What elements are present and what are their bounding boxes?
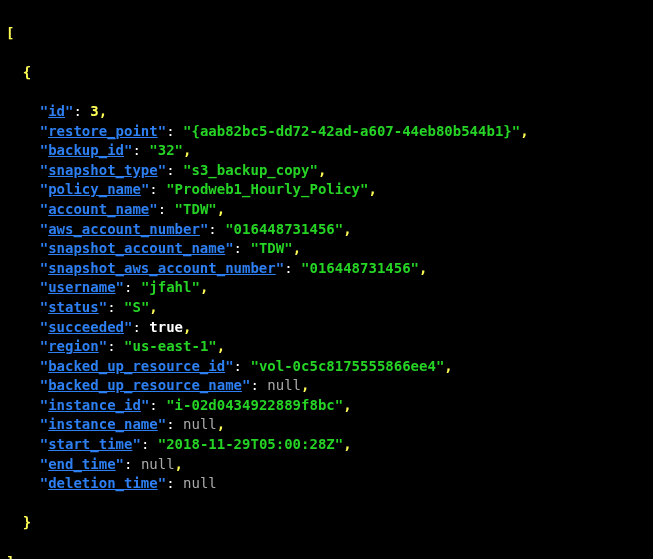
json-key: instance_id — [48, 397, 141, 413]
json-key: instance_name — [48, 416, 158, 432]
json-key: backed_up_resource_id — [48, 358, 225, 374]
json-key: snapshot_aws_account_number — [48, 260, 276, 276]
json-key: policy_name — [48, 181, 141, 197]
json-value: "016448731456" — [301, 260, 419, 276]
json-value: "TDW" — [175, 201, 217, 217]
json-open-array: [ — [6, 24, 651, 44]
json-key: restore_point — [48, 123, 158, 139]
json-value: "{aab82bc5-dd72-42ad-a607-44eb80b544b1}" — [183, 123, 520, 139]
json-entry: "id": 3, — [6, 102, 651, 122]
json-value: true — [149, 319, 183, 335]
json-value: null — [183, 475, 217, 491]
json-value: null — [183, 416, 217, 432]
json-value: "s3_backup_copy" — [183, 162, 318, 178]
json-value: "us-east-1" — [124, 338, 217, 354]
json-key: username — [48, 279, 115, 295]
json-value: "TDW" — [250, 240, 292, 256]
json-value: "Prodweb1_Hourly_Policy" — [166, 181, 368, 197]
json-value: null — [141, 456, 175, 472]
json-key: backed_up_resource_name — [48, 377, 242, 393]
json-key: id — [48, 103, 65, 119]
json-entry: "backup_id": "32", — [6, 141, 651, 161]
json-entry: "backed_up_resource_name": null, — [6, 376, 651, 396]
json-entry: "end_time": null, — [6, 455, 651, 475]
json-key: succeeded — [48, 319, 124, 335]
json-entry: "region": "us-east-1", — [6, 337, 651, 357]
terminal-output[interactable]: [ { "id": 3, "restore_point": "{aab82bc5… — [0, 0, 653, 559]
json-value: "jfahl" — [141, 279, 200, 295]
json-value: null — [267, 377, 301, 393]
json-key: deletion_time — [48, 475, 158, 491]
json-value: "i-02d0434922889f8bc" — [166, 397, 343, 413]
json-value: "32" — [149, 142, 183, 158]
json-key: backup_id — [48, 142, 124, 158]
json-entry: "policy_name": "Prodweb1_Hourly_Policy", — [6, 180, 651, 200]
json-key: snapshot_account_name — [48, 240, 225, 256]
json-key: start_time — [48, 436, 132, 452]
json-entry: "instance_name": null, — [6, 415, 651, 435]
json-close-object: } — [6, 513, 651, 533]
json-entry: "backed_up_resource_id": "vol-0c5c817555… — [6, 357, 651, 377]
json-entry: "snapshot_aws_account_number": "01644873… — [6, 259, 651, 279]
json-key: aws_account_number — [48, 221, 200, 237]
json-close-arr: ] — [6, 553, 651, 559]
json-entry: "start_time": "2018-11-29T05:00:28Z", — [6, 435, 651, 455]
json-key: snapshot_type — [48, 162, 158, 178]
json-entry: "status": "S", — [6, 298, 651, 318]
json-key: region — [48, 338, 99, 354]
json-key: end_time — [48, 456, 115, 472]
json-value: "S" — [124, 299, 149, 315]
json-entry: "username": "jfahl", — [6, 278, 651, 298]
json-entry: "succeeded": true, — [6, 318, 651, 338]
json-key: account_name — [48, 201, 149, 217]
json-entry: "snapshot_account_name": "TDW", — [6, 239, 651, 259]
json-value: "016448731456" — [225, 221, 343, 237]
json-entry: "aws_account_number": "016448731456", — [6, 220, 651, 240]
json-entry: "restore_point": "{aab82bc5-dd72-42ad-a6… — [6, 122, 651, 142]
json-key: status — [48, 299, 99, 315]
json-entry: "account_name": "TDW", — [6, 200, 651, 220]
json-entry: "deletion_time": null — [6, 474, 651, 494]
json-value: "2018-11-29T05:00:28Z" — [158, 436, 343, 452]
json-entry: "instance_id": "i-02d0434922889f8bc", — [6, 396, 651, 416]
json-entry: "snapshot_type": "s3_backup_copy", — [6, 161, 651, 181]
json-open-object: { — [6, 63, 651, 83]
json-value: "vol-0c5c8175555866ee4" — [250, 358, 444, 374]
json-value: 3 — [90, 103, 98, 119]
